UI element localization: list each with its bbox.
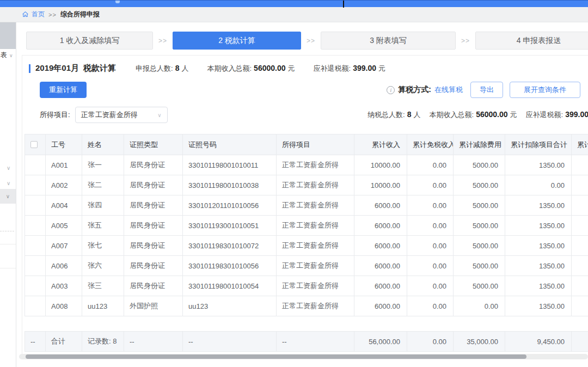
stat-value: 8 [407,110,412,119]
cell: 正常工资薪金所得 [277,155,354,175]
cell: 330101198301010072 [183,236,277,256]
cell: 330101198001010011 [183,155,277,175]
tax-calculation-table: 工号姓名证照类型证照号码所得项目累计收入累计免税收入累计减除费用累计扣除项目合计… [24,134,588,352]
stat-label: 应补退税额: [526,111,564,119]
cell: 张五 [82,216,124,236]
cell: 10000.00 [354,155,407,175]
step-wizard: 1 收入及减除填写 >> 2 税款计算 >> 3 附表填写 >> 4 申报表报送 [26,32,588,50]
tax-mode-value-link[interactable]: 在线算税 [434,85,463,95]
cell [572,236,588,256]
row-checkbox-cell[interactable] [25,175,46,195]
totals-cell: 35,000.00 [454,332,505,352]
sidebar-divider [0,244,16,244]
table-row[interactable]: A004张四居民身份证330101201101010056正常工资薪金所得600… [25,195,588,216]
table-row[interactable]: A005张五居民身份证330101193001010051正常工资薪金所得600… [25,216,588,236]
cell: 0.00 [407,276,454,296]
cell: 正常工资薪金所得 [277,296,354,316]
export-button[interactable]: 导出 [470,82,503,98]
stat-value: 399.00 [353,64,376,72]
recalculate-button[interactable]: 重新计算 [40,82,87,98]
table-row[interactable]: A008uu123外国护照uu123正常工资薪金所得6000.000.000.0… [25,296,588,316]
table-row[interactable]: A007张七居民身份证330101198301010072正常工资薪金所得600… [25,236,588,256]
sidebar-divider [0,268,16,268]
cell: 居民身份证 [124,236,183,256]
scrollbar-thumb[interactable] [26,354,526,359]
cell: 5000.00 [454,155,505,175]
cell: 0.00 [407,195,454,216]
totals-cell: 0.00 [407,332,454,352]
stat-unit: 人 [414,111,421,119]
sidebar-scrollbar-thumb[interactable] [0,22,16,49]
text-caret [343,1,344,8]
cell: 1350.00 [505,195,572,216]
cell: 居民身份证 [124,276,183,296]
row-checkbox-cell[interactable] [25,236,46,256]
row-checkbox-cell[interactable] [25,256,46,276]
cell [572,195,588,216]
breadcrumb-home-link[interactable]: 首页 [32,10,45,19]
income-item-selected-value: 正常工资薪金所得 [81,110,138,120]
cell: 10000.00 [354,175,407,195]
expand-query-button[interactable]: 展开查询条件 [510,82,580,98]
cell: 5000.00 [454,195,505,216]
cell: 6000.00 [354,296,407,316]
step-2-tax-calculation[interactable]: 2 税款计算 [173,32,301,50]
row-checkbox-cell[interactable] [25,195,46,216]
table-row[interactable]: A001张一居民身份证330101198001010011正常工资薪金所得100… [25,155,588,175]
cell: A008 [46,296,82,316]
cell: 0.00 [407,296,454,316]
cell: 正常工资薪金所得 [277,195,354,216]
cell: 张一 [82,155,124,175]
cell: 0.00 [407,216,454,236]
stat-unit: 人 [181,64,188,72]
stat-label: 本期收入总额: [430,111,474,119]
cell: 正常工资薪金所得 [277,256,354,276]
table-row[interactable]: A003张三居民身份证330101198001010054正常工资薪金所得600… [25,276,588,296]
income-item-select[interactable]: 正常工资薪金所得 ∨ [75,107,168,123]
step-separator: >> [456,37,475,45]
chevron-down-icon[interactable]: ∨ [7,165,10,171]
chevron-down-icon: ∨ [6,193,10,199]
row-checkbox-cell[interactable] [25,216,46,236]
row-checkbox-cell[interactable] [25,296,46,316]
toolbar: 重新计算 i 算税方式: 在线算税 导出 展开查询条件 [29,82,588,98]
table-header-row: 工号姓名证照类型证照号码所得项目累计收入累计免税收入累计减除费用累计扣除项目合计… [25,134,588,155]
column-header: 累计免税收入 [407,134,454,155]
title-accent-bar [29,64,30,73]
toolbar-right: i 算税方式: 在线算税 导出 展开查询条件 [387,82,580,98]
sidebar-item-label: 表 [1,51,7,60]
breadcrumb: 首页 >> 综合所得申报 [0,7,588,22]
cell: A007 [46,236,82,256]
cell: 5000.00 [454,216,505,236]
cell: 0.00 [407,155,454,175]
stat-value: 56000.00 [476,110,507,119]
step-separator: >> [301,37,321,45]
sidebar-item-active[interactable]: ∨ [0,189,16,204]
step-1-income-deduction[interactable]: 1 收入及减除填写 [26,32,153,50]
select-all-checkbox[interactable] [30,141,38,148]
row-checkbox-cell[interactable] [25,155,46,175]
step-3-attached-forms[interactable]: 3 附表填写 [321,32,456,50]
horizontal-scrollbar[interactable] [19,354,588,359]
step-4-submit-declaration[interactable]: 4 申报表报送 [475,32,588,50]
tax-table-wrap: 工号姓名证照类型证照号码所得项目累计收入累计免税收入累计减除费用累计扣除项目合计… [24,134,588,352]
stat-label: 纳税总人数: [367,111,405,119]
select-all-header [25,134,46,155]
cell: 0.00 [407,175,454,195]
table-row[interactable]: A006张六居民身份证330101198301010056正常工资薪金所得600… [25,256,588,276]
stat-label: 申报总人数: [136,64,173,72]
cell: 0.00 [505,175,572,195]
stat-label: 应补退税额: [314,64,351,72]
sidebar-item-partial[interactable]: 表 ∨ [1,51,13,60]
cell: 330101198001010054 [183,276,277,296]
chevron-down-icon[interactable]: ∨ [7,180,10,186]
cell: 正常工资薪金所得 [277,216,354,236]
table-row[interactable]: A002张二居民身份证330101198001010038正常工资薪金所得100… [25,175,588,195]
row-checkbox-cell[interactable] [25,276,46,296]
totals-cell: 9,450.00 [505,332,572,352]
cell: A004 [46,195,82,216]
column-header: 工号 [46,134,82,155]
cell: 1350.00 [505,216,572,236]
period-label: 2019年01月 [35,63,79,74]
cell: 6000.00 [354,216,407,236]
